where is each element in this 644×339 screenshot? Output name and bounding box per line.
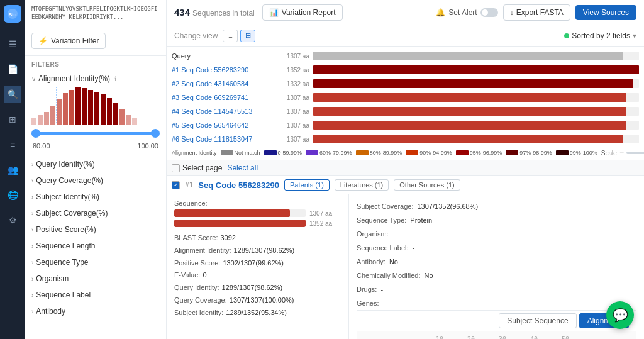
svg-rect-2 <box>31 118 36 125</box>
result-link-5[interactable]: #5 Seq Code 565464642 <box>172 121 248 129</box>
antibody-filter[interactable]: › Antibody <box>25 303 166 320</box>
alignment-identity-filter[interactable]: ∨ Alignment Identity(%) ℹ <box>25 70 166 87</box>
grid-view-button[interactable]: ⊞ <box>240 30 255 42</box>
organism-filter[interactable]: › Organism <box>25 270 166 287</box>
slider-thumb-left[interactable] <box>31 129 40 138</box>
set-alert-label: Set Alert <box>448 8 477 17</box>
scale-control: Scale − + <box>601 148 644 157</box>
set-alert-button[interactable]: 🔔 Set Alert <box>436 8 497 17</box>
ruler-mark-50: 50 <box>538 336 569 339</box>
chat-fab-button[interactable]: 💬 <box>606 301 634 329</box>
nav-search-icon[interactable]: 🔍 <box>4 86 21 103</box>
scale-slider[interactable] <box>626 152 644 154</box>
filter-item-label: Positive Score(%) <box>36 225 96 234</box>
legend-95-96: 95%-96.99% <box>456 150 502 156</box>
detail-right-panel: Subject Coverage: 1307/1352(96.68%) Sequ… <box>349 194 644 339</box>
sequence-label: Sequence: <box>174 199 341 207</box>
nav-globe-icon[interactable]: 🌐 <box>4 186 21 204</box>
filter-icon: ⚡ <box>38 36 48 45</box>
seq-bar-track-1 <box>174 209 306 217</box>
sequence-viewer[interactable]: 10 20 30 40 50 Query 1 MTQFEGFTNL YQVSKT… <box>357 331 636 339</box>
view-sources-button[interactable]: View Sources <box>575 5 636 20</box>
subject-sequence-tab[interactable]: Subject Sequence <box>499 313 576 328</box>
result-link-2[interactable]: #2 Seq Code 431460584 <box>172 80 248 87</box>
result-link-3[interactable]: #3 Seq Code 669269741 <box>172 94 248 101</box>
query-identity-row: Query Identity: 1289/1307(98.62%) <box>174 282 341 294</box>
nav-grid-icon[interactable]: ⊞ <box>4 111 21 128</box>
chevron-right-icon: › <box>31 177 33 184</box>
alignment-row-4: #4 Seq Code 1145475513 1307 aa <box>167 104 644 118</box>
result-link-1[interactable]: #1 Seq Code 556283290 <box>172 66 248 74</box>
legend-alignment-identity: Alignment Identity <box>172 150 217 156</box>
sequence-type-meta-label: Sequence Type: <box>357 213 406 227</box>
filter-item-label: Organism <box>36 274 69 283</box>
literatures-tag-button[interactable]: Literatures (1) <box>335 179 389 191</box>
patents-tag-button[interactable]: Patents (1) <box>284 179 330 191</box>
chevron-right-icon: › <box>31 243 33 250</box>
result-aa-6: 1307 aa <box>285 136 313 143</box>
sequence-length-filter[interactable]: › Sequence Length <box>25 238 166 254</box>
sequence-type-filter[interactable]: › Sequence Type <box>25 254 166 270</box>
sequence-label-filter[interactable]: › Sequence Label <box>25 287 166 303</box>
legend-not-match-color <box>221 150 233 155</box>
sequence-count-label: Sequences in total <box>192 9 255 18</box>
other-sources-tag-button[interactable]: Other Sources (1) <box>394 179 460 191</box>
nav-list-icon[interactable]: ≡ <box>4 136 21 153</box>
chevron-right-icon: › <box>31 161 33 168</box>
subject-identity-filter[interactable]: › Subject Identity(%) <box>25 189 166 205</box>
legend-alignment-label: Alignment Identity <box>172 150 217 156</box>
result-aa-5: 1307 aa <box>285 122 313 129</box>
detail-number: #1 <box>185 181 193 189</box>
subject-identity-row: Subject Identity: 1289/1352(95.34%) <box>174 307 341 320</box>
alignment-identity-label: Alignment Identity: <box>174 245 231 257</box>
svg-rect-8 <box>69 90 74 125</box>
organism-meta-value: - <box>392 227 395 241</box>
variation-filter-button[interactable]: ⚡ Variation Filter <box>31 33 106 49</box>
genes-meta-value: - <box>382 296 385 310</box>
filter-item-label: Subject Coverage(%) <box>36 209 108 218</box>
alignment-range-slider[interactable] <box>31 127 160 140</box>
result-bar-fill-3 <box>313 93 626 102</box>
variation-report-button[interactable]: 📊 Variation Report <box>262 4 343 21</box>
result-link-6[interactable]: #6 Seq Code 1118153047 <box>172 135 252 143</box>
result-label-4: #4 Seq Code 1145475513 <box>172 108 285 115</box>
sorted-badge[interactable]: Sorted by 2 fields ▾ <box>564 31 636 40</box>
filter-item-label: Antibody <box>36 307 65 316</box>
detail-statistics: BLAST Score: 3092 Alignment Identity: 12… <box>174 232 341 320</box>
select-all-link[interactable]: Select all <box>227 164 258 172</box>
nav-doc-icon[interactable]: 📄 <box>4 60 21 78</box>
sidebar: MTQFEGFTNLYQVSKTLRFELIPQGKTLKHIQEQGFIEED… <box>25 0 167 339</box>
positive-score-filter[interactable]: › Positive Score(%) <box>25 221 166 238</box>
result-bar-5 <box>313 121 639 130</box>
chevron-down-icon: ▾ <box>633 31 636 40</box>
filter-item-label: Query Identity(%) <box>36 160 94 169</box>
nav-settings-icon[interactable]: ⚙ <box>4 211 21 229</box>
query-identity-filter[interactable]: › Query Identity(%) <box>25 156 166 172</box>
nav-people-icon[interactable]: 👥 <box>4 161 21 179</box>
svg-rect-15 <box>113 103 118 125</box>
legend-90-94: 90%-94.99% <box>406 150 452 156</box>
blast-score-value: 3092 <box>221 232 236 245</box>
result-link-4[interactable]: #4 Seq Code 1145475513 <box>172 108 252 115</box>
filter-label: Alignment Identity(%) <box>38 74 110 83</box>
select-page-checkbox[interactable] <box>172 164 180 172</box>
selection-bar: Select page Select all <box>167 160 644 176</box>
legend-not-match: Not match <box>221 150 260 156</box>
app-logo[interactable]: Bio <box>4 5 21 23</box>
genes-meta-label: Genes: <box>357 296 379 310</box>
export-fasta-button[interactable]: ↓ Export FASTA <box>503 4 570 21</box>
positive-score-row: Positive Score: 1302/1307(99.62%) <box>174 257 341 270</box>
nav-menu-icon[interactable]: ☰ <box>4 35 21 53</box>
query-coverage-filter[interactable]: › Query Coverage(%) <box>25 172 166 189</box>
svg-rect-13 <box>101 94 106 125</box>
minus-icon[interactable]: − <box>619 148 624 157</box>
subject-coverage-filter[interactable]: › Subject Coverage(%) <box>25 205 166 221</box>
detail-seq-code[interactable]: Seq Code 556283290 <box>198 181 279 190</box>
query-coverage-row: Query Coverage: 1307/1307(100.00%) <box>174 294 341 307</box>
alert-toggle[interactable] <box>480 8 498 17</box>
detail-checkbox[interactable]: ✓ <box>172 181 180 189</box>
alignment-area: Query 1307 aa #1 Seq Code 556283290 1352… <box>167 47 644 160</box>
variation-filter-section: ⚡ Variation Filter <box>25 26 166 56</box>
list-view-button[interactable]: ≡ <box>223 30 238 42</box>
slider-thumb-right[interactable] <box>151 129 160 138</box>
